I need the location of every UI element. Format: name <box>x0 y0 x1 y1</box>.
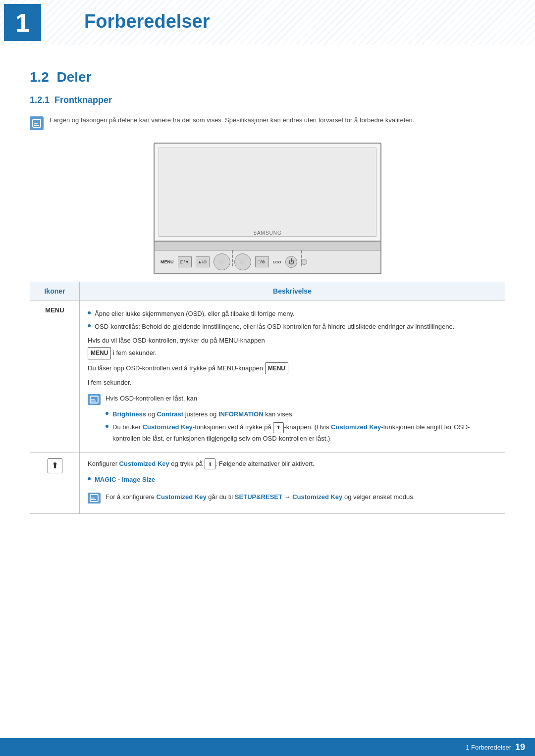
note-icon-svg <box>32 118 42 128</box>
sub-bullet-dot-2 <box>106 425 108 428</box>
customized-key-3: Customized Key <box>119 460 169 467</box>
note-svg-1 <box>90 396 99 403</box>
sub-bullet-1-text: Brightness og Contrast justeres og INFOR… <box>112 409 294 420</box>
chapter-number: 1 <box>15 10 30 36</box>
plain-text-2: Du låser opp OSD-kontrollen ved å trykke… <box>88 362 497 374</box>
desc-cell-menu: Åpne eller lukke skjermmenyen (OSD), ell… <box>80 301 505 453</box>
inline-note-1: Hvis OSD-kontrollen er låst, kan <box>88 393 497 405</box>
plain-text-1: Hvis du vil låse OSD-kontrollen, trykker… <box>88 335 497 346</box>
desc-cell-up: Konfigurer Customized Key og trykk på ⬆.… <box>80 452 505 513</box>
stripe-background <box>0 0 535 45</box>
icon-cell-menu: MENU <box>30 301 80 453</box>
up-icon-btn: ⬆ <box>273 422 284 433</box>
monitor-brand: SAMSUNG <box>253 230 282 236</box>
btn-brightness: ⊡/▼ <box>178 256 192 267</box>
monitor-diagram: SAMSUNG MENU ⊡/▼ ▲/⊕ ○ ○ □/⊗ ECO ⏻ <box>154 143 381 274</box>
icon-cell-up: ⬆ <box>30 452 80 513</box>
inline-note-1-text: Hvis OSD-kontrollen er låst, kan <box>106 393 197 404</box>
intro-note-box: Fargen og fasongen på delene kan variere… <box>30 115 505 130</box>
subsection-title-text: Frontknapper <box>54 95 112 105</box>
up-icon-inline: ⬆ <box>205 458 215 469</box>
setup-reset-text: SETUP&RESET <box>235 493 282 501</box>
btn-circle-2: ○ <box>234 253 251 270</box>
magic-image-size: MAGIC - Image Size <box>95 474 155 485</box>
col-desc-header: Beskrivelse <box>80 282 505 301</box>
btn-eco-label: ECO <box>273 260 281 264</box>
magic-bullet-dot <box>88 477 91 480</box>
menu-icon-text: MENU <box>45 306 64 314</box>
magic-bullet: MAGIC - Image Size <box>88 474 497 485</box>
kbd-menu-2: MENU <box>265 362 288 374</box>
bullet-1: Åpne eller lukke skjermmenyen (OSD), ell… <box>88 308 497 319</box>
subsection-title: 1.2.1 Frontknapper <box>30 95 505 105</box>
chapter-title: Forberedelser <box>84 11 210 32</box>
bullet-dot <box>88 311 91 314</box>
inline-note-2-text: For å konfigurere Customized Key går du … <box>106 492 415 503</box>
intro-note-text: Fargen og fasongen på delene kan variere… <box>50 115 414 125</box>
inline-note-icon-1 <box>88 394 101 405</box>
inline-note-2: For å konfigurere Customized Key går du … <box>88 492 497 504</box>
footer-section-label: 1 Forberedelser <box>466 744 511 751</box>
sub-bullet-2-text: Du bruker Customized Key-funksjonen ved … <box>112 422 497 444</box>
table-header-row: Ikoner Beskrivelse <box>30 282 505 301</box>
features-table: Ikoner Beskrivelse MENU Åpne eller lukke… <box>30 282 505 514</box>
note-icon <box>30 116 44 130</box>
btn-power: ⏻ <box>285 256 297 268</box>
bullet-1-text: Åpne eller lukke skjermmenyen (OSD), ell… <box>95 308 295 319</box>
bullet-dot-2 <box>88 324 91 327</box>
bullet-2-text: OSD-kontrollås: Behold de gjeldende inns… <box>95 321 454 332</box>
brightness-text: Brightness <box>112 410 146 418</box>
section-number: 1.2 <box>30 69 49 85</box>
up-icon-cell: ⬆ <box>48 458 62 473</box>
subsection-number: 1.2.1 <box>30 95 50 105</box>
sub-bullet-2: Du bruker Customized Key-funksjonen ved … <box>106 422 497 444</box>
buttons-row: MENU ⊡/▼ ▲/⊕ ○ ○ □/⊗ ECO ⏻ <box>154 251 381 274</box>
section-title: 1.2 Deler <box>30 69 505 85</box>
contrast-text: Contrast <box>157 410 183 418</box>
main-content: 1.2 Deler 1.2.1 Frontknapper Fargen og f… <box>0 45 535 544</box>
btn-up: ▲/⊕ <box>196 256 210 267</box>
footer: 1 Forberedelser 19 <box>0 738 535 756</box>
information-text: INFORMATION <box>218 410 264 418</box>
plain-text-bold-1: MENU i fem sekunder. <box>88 347 497 359</box>
sub-bullet-1: Brightness og Contrast justeres og INFOR… <box>106 409 497 420</box>
btn-display: □/⊗ <box>255 256 269 267</box>
note-svg-2 <box>90 494 99 502</box>
col-icons-header: Ikoner <box>30 282 80 301</box>
sub-bullet-dot-1 <box>106 412 108 415</box>
monitor-screen: SAMSUNG <box>154 143 381 242</box>
customized-key-5: Customized Key <box>292 493 342 501</box>
sub-bullets: Brightness og Contrast justeres og INFOR… <box>106 409 497 444</box>
footer-page-number: 19 <box>515 742 525 753</box>
chapter-number-block: 1 <box>4 4 41 41</box>
note-row-2: For å konfigurere Customized Key går du … <box>88 492 497 504</box>
plain-text-bold-2: i fem sekunder. <box>88 377 497 388</box>
dashed-line-right <box>301 251 302 266</box>
inline-note-icon-2 <box>88 493 101 504</box>
section-title-text: Deler <box>57 69 92 85</box>
btn-menu-label: MENU <box>160 259 174 264</box>
table-row-2: ⬆ Konfigurer Customized Key og trykk på … <box>30 452 505 513</box>
customized-key-1: Customized Key <box>143 423 193 431</box>
btn-circle-1: ○ <box>214 253 230 270</box>
monitor-diagram-wrapper: SAMSUNG MENU ⊡/▼ ▲/⊕ ○ ○ □/⊗ ECO ⏻ <box>30 143 505 274</box>
customized-key-4: Customized Key <box>157 493 207 501</box>
monitor-stand <box>154 242 381 251</box>
monitor-screen-inner <box>159 148 376 237</box>
customized-key-2: Customized Key <box>331 423 381 431</box>
kbd-menu-1: MENU <box>88 347 111 359</box>
header-bar: 1 Forberedelser <box>0 0 535 45</box>
up-desc-1: Konfigurer Customized Key og trykk på ⬆.… <box>88 458 497 470</box>
table-row: MENU Åpne eller lukke skjermmenyen (OSD)… <box>30 301 505 453</box>
bullet-2: OSD-kontrollås: Behold de gjeldende inns… <box>88 321 497 332</box>
dashed-line-left <box>232 251 233 266</box>
